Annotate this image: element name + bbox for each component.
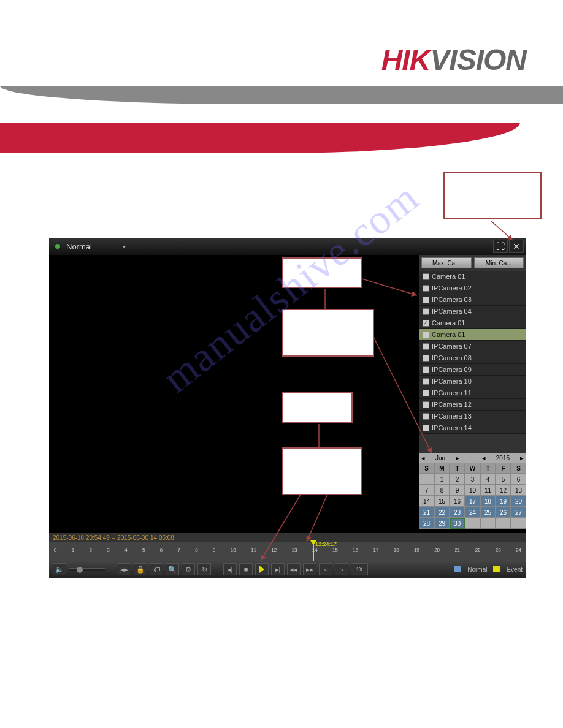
cal-day[interactable]: 27 xyxy=(511,507,526,518)
callout-top-right xyxy=(443,172,542,219)
camera-item[interactable]: IPCamera 14 xyxy=(419,422,526,434)
settings-button[interactable]: ⚙ xyxy=(182,563,195,575)
camera-checkbox[interactable] xyxy=(423,343,429,350)
timeline-cursor-time: 12:24:17 xyxy=(315,541,337,547)
timeline-hour-tick: 10 xyxy=(231,547,236,561)
top-bar: Normal ▾ ⛶ ✕ xyxy=(49,238,526,255)
cal-day[interactable]: 17 xyxy=(465,496,480,507)
timeline-hour-tick: 0 xyxy=(54,547,56,561)
cal-day[interactable]: 2 xyxy=(450,474,465,485)
cal-day[interactable]: 10 xyxy=(465,485,480,496)
camera-checkbox[interactable] xyxy=(423,273,429,280)
cal-day[interactable]: 20 xyxy=(511,496,526,507)
zoom-button[interactable]: 🔍 xyxy=(166,563,179,575)
camera-item[interactable]: IPCamera 13 xyxy=(419,411,526,422)
camera-item[interactable]: Camera 01 xyxy=(419,317,526,329)
cal-day[interactable]: 26 xyxy=(496,507,511,518)
camera-item[interactable]: IPCamera 12 xyxy=(419,399,526,411)
cal-day[interactable]: 12 xyxy=(496,485,511,496)
camera-item[interactable]: IPCamera 10 xyxy=(419,376,526,387)
speed-button[interactable]: 1X xyxy=(351,563,368,575)
close-button[interactable]: ✕ xyxy=(509,240,524,253)
cal-day[interactable]: 1 xyxy=(434,474,450,485)
step-button[interactable]: ▸| xyxy=(271,563,285,575)
timeline[interactable]: 12:24:17 0123456789101112131415161718192… xyxy=(49,542,526,561)
cal-day[interactable]: 25 xyxy=(480,507,496,518)
add-tag-button[interactable]: 🏷 xyxy=(150,563,163,575)
cal-day[interactable]: 6 xyxy=(511,474,526,485)
timeline-hour-tick: 15 xyxy=(332,547,338,561)
cal-day[interactable]: 24 xyxy=(465,507,480,518)
cal-day[interactable]: 13 xyxy=(511,485,526,496)
camera-checkbox[interactable] xyxy=(423,425,429,431)
calendar-grid: SMTWTFS123456789101112131415161718192021… xyxy=(419,463,526,529)
camera-label: Camera 01 xyxy=(432,319,465,327)
stop-button[interactable]: ■ xyxy=(239,563,253,575)
cal-day[interactable]: 9 xyxy=(450,485,465,496)
next-button[interactable]: ＞ xyxy=(335,563,348,575)
rewind-button[interactable]: ◂◂ xyxy=(287,563,301,575)
camera-item[interactable]: IPCamera 02 xyxy=(419,282,526,294)
camera-checkbox[interactable] xyxy=(423,401,429,408)
cal-prev-year[interactable]: ◂ xyxy=(482,454,486,462)
camera-checkbox[interactable] xyxy=(423,320,429,327)
cal-prev-month[interactable]: ◂ xyxy=(421,454,425,462)
cal-next-year[interactable]: ▸ xyxy=(520,454,524,462)
camera-item[interactable]: IPCamera 09 xyxy=(419,364,526,376)
cal-day[interactable]: 21 xyxy=(419,507,434,518)
camera-item[interactable]: Camera 01 xyxy=(419,271,526,282)
cal-day[interactable]: 7 xyxy=(419,485,434,496)
camera-item[interactable]: IPCamera 03 xyxy=(419,294,526,306)
clip-button[interactable]: |◂▸| xyxy=(118,563,131,575)
camera-checkbox[interactable] xyxy=(423,285,429,292)
prev-button[interactable]: ＜ xyxy=(319,563,332,575)
camera-list[interactable]: Camera 01IPCamera 02IPCamera 03IPCamera … xyxy=(419,271,526,453)
camera-checkbox[interactable] xyxy=(423,413,429,420)
max-camera-button[interactable]: Max. Ca... xyxy=(421,257,472,268)
camera-checkbox[interactable] xyxy=(423,297,429,303)
camera-item[interactable]: IPCamera 11 xyxy=(419,387,526,399)
video-playback-area[interactable] xyxy=(49,255,419,529)
camera-checkbox[interactable] xyxy=(423,355,429,362)
cal-day[interactable]: 3 xyxy=(465,474,480,485)
camera-item[interactable]: IPCamera 08 xyxy=(419,352,526,364)
cal-day[interactable]: 23 xyxy=(450,507,465,518)
camera-checkbox[interactable] xyxy=(423,332,429,338)
camera-item[interactable]: IPCamera 04 xyxy=(419,306,526,317)
cal-day[interactable]: 19 xyxy=(496,496,511,507)
camera-item[interactable]: Camera 01 xyxy=(419,329,526,341)
camera-label: IPCamera 03 xyxy=(432,296,472,303)
cal-day[interactable]: 28 xyxy=(419,518,434,529)
volume-icon[interactable]: 🔈 xyxy=(53,563,66,575)
chevron-down-icon: ▾ xyxy=(123,243,126,250)
cal-day[interactable]: 29 xyxy=(434,518,450,529)
fullscreen-button[interactable]: ⛶ xyxy=(493,240,508,253)
forward-button[interactable]: ▸▸ xyxy=(303,563,316,575)
timeline-hour-tick: 4 xyxy=(124,547,127,561)
cal-day[interactable]: 11 xyxy=(480,485,496,496)
camera-checkbox[interactable] xyxy=(423,378,429,385)
mode-selector[interactable]: Normal ▾ xyxy=(49,242,126,251)
volume-knob[interactable] xyxy=(77,567,83,573)
play-button[interactable] xyxy=(255,563,269,575)
cal-day[interactable]: 15 xyxy=(434,496,450,507)
cal-day[interactable]: 30 xyxy=(450,518,465,529)
cal-day[interactable]: 16 xyxy=(450,496,465,507)
camera-label: IPCamera 14 xyxy=(432,424,472,431)
cal-day[interactable]: 8 xyxy=(434,485,450,496)
cal-day[interactable]: 18 xyxy=(480,496,496,507)
cal-day[interactable]: 22 xyxy=(434,507,450,518)
camera-checkbox[interactable] xyxy=(423,308,429,315)
refresh-button[interactable]: ↻ xyxy=(197,563,211,575)
min-camera-button[interactable]: Min. Ca... xyxy=(474,257,524,268)
cal-next-month[interactable]: ▸ xyxy=(456,454,459,462)
lock-button[interactable]: 🔒 xyxy=(134,563,147,575)
camera-checkbox[interactable] xyxy=(423,390,429,396)
cal-day[interactable]: 4 xyxy=(480,474,496,485)
cal-day[interactable]: 5 xyxy=(496,474,511,485)
camera-checkbox[interactable] xyxy=(423,366,429,373)
cal-day[interactable]: 14 xyxy=(419,496,434,507)
camera-item[interactable]: IPCamera 07 xyxy=(419,341,526,352)
prev-frame-button[interactable]: ◂| xyxy=(223,563,237,575)
volume-slider[interactable] xyxy=(69,568,105,571)
